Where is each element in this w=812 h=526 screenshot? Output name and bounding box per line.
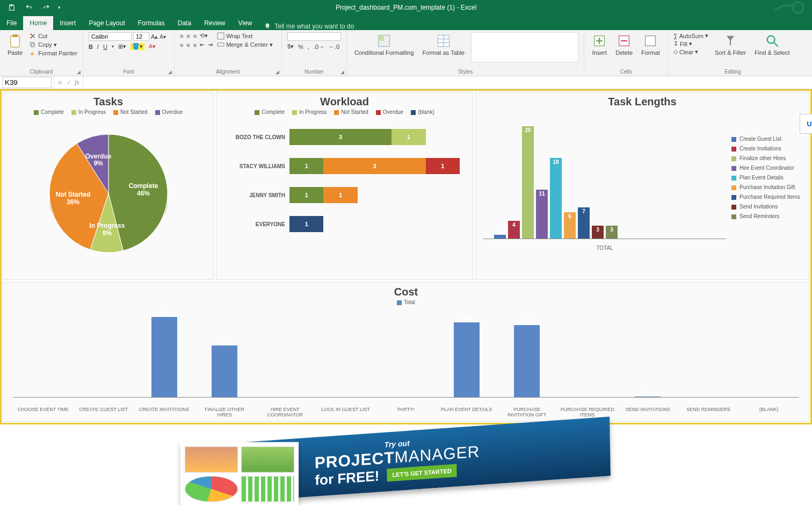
svg-rect-8 <box>218 33 224 39</box>
redo-icon[interactable] <box>41 2 52 13</box>
decrease-indent-icon[interactable]: ⇤ <box>200 41 205 48</box>
name-box[interactable] <box>2 77 52 88</box>
cut-button[interactable]: Cut <box>29 32 47 40</box>
format-painter-button[interactable]: Format Painter <box>29 49 77 57</box>
cond-format-label: Conditional Formatting <box>354 49 414 56</box>
group-cells: Insert Delete Format Cells <box>584 30 668 76</box>
panel-task-lengths: Task Lengths 142511186733 TOTAL Create G… <box>475 92 809 280</box>
window-title: Project_dashboard_PM.com_template (1) - … <box>336 4 476 11</box>
merge-icon <box>217 41 224 48</box>
table-label: Format as Table <box>423 49 465 56</box>
clear-button[interactable]: ◇ Clear ▾ <box>673 48 698 55</box>
format-cells-button[interactable]: Format <box>639 32 662 57</box>
dialog-launcher-icon[interactable]: ◢ <box>77 69 81 75</box>
lightbulb-icon <box>264 23 271 30</box>
fill-color-button[interactable]: 🪣▾ <box>130 43 144 50</box>
decrease-font-icon[interactable]: A▾ <box>160 34 166 40</box>
formula-input[interactable] <box>83 76 812 89</box>
align-bottom-icon[interactable]: ≡ <box>193 33 197 39</box>
increase-indent-icon[interactable]: ⇥ <box>208 41 213 48</box>
comma-format-button[interactable]: , <box>308 44 309 50</box>
increase-font-icon[interactable]: A▴ <box>151 33 158 40</box>
paste-button[interactable]: Paste <box>5 32 25 57</box>
align-center-icon[interactable]: ≡ <box>186 42 190 48</box>
fill-down-icon: ↧ <box>673 40 678 47</box>
accept-formula-icon[interactable]: ✓ <box>66 79 71 87</box>
tab-formulas[interactable]: Formulas <box>132 16 171 30</box>
align-left-icon[interactable]: ≡ <box>180 42 183 48</box>
accounting-format-button[interactable]: $▾ <box>287 43 294 50</box>
sort-filter-button[interactable]: Sort & Filter <box>713 32 748 57</box>
svg-line-23 <box>774 43 778 47</box>
bold-button[interactable]: B <box>89 44 93 50</box>
number-format-dropdown[interactable] <box>287 32 341 41</box>
font-name-input[interactable] <box>89 32 132 41</box>
insert-label: Insert <box>592 49 607 56</box>
qat-dropdown-icon[interactable]: ▾ <box>58 5 61 10</box>
delete-label: Delete <box>615 49 633 56</box>
legend-task-lengths: Create Guest ListCreate InvitationsFinal… <box>731 114 801 254</box>
panel-tasks: Tasks CompleteIn ProgressNot StartedOver… <box>3 92 214 280</box>
tab-home[interactable]: Home <box>23 16 53 30</box>
tab-data[interactable]: Data <box>171 16 198 30</box>
find-label: Find & Select <box>755 49 789 56</box>
conditional-formatting-button[interactable]: Conditional Formatting <box>352 32 416 57</box>
tl-axis <box>483 239 726 239</box>
format-painter-label: Format Painter <box>38 50 77 56</box>
font-color-button[interactable]: A▾ <box>149 43 156 50</box>
italic-button[interactable]: I <box>97 44 99 50</box>
find-select-button[interactable]: Find & Select <box>752 32 792 57</box>
save-icon[interactable] <box>6 2 17 13</box>
wrap-text-button[interactable]: Wrap Text <box>217 32 252 40</box>
undo-icon[interactable] <box>24 2 34 13</box>
dialog-launcher-icon[interactable]: ◢ <box>276 69 279 75</box>
percent-format-button[interactable]: % <box>298 44 303 50</box>
copy-button[interactable]: Copy ▾ <box>29 41 57 48</box>
paintbrush-icon <box>29 49 37 57</box>
autosum-label: AutoSum <box>679 33 704 39</box>
tab-insert[interactable]: Insert <box>53 16 82 30</box>
update-reports-button[interactable]: Update Reports <box>800 114 812 134</box>
tab-file[interactable]: File <box>0 16 23 30</box>
cancel-formula-icon[interactable]: ✕ <box>57 79 63 87</box>
group-number: $▾ % , .0→ ←.0 Number◢ <box>282 30 347 76</box>
decrease-decimal-button[interactable]: ←.0 <box>329 44 339 50</box>
group-styles: Conditional Formatting Format as Table S… <box>347 30 584 76</box>
font-group-label: Font <box>123 69 134 75</box>
paste-label: Paste <box>8 49 23 56</box>
insert-cells-button[interactable]: Insert <box>590 32 609 57</box>
tab-page-layout[interactable]: Page Layout <box>82 16 131 30</box>
group-alignment: ≡ ≡ ≡ ⟲▾ ≡ ≡ ≡ ⇤ ⇥ Wrap Text Merge & Cen… <box>175 30 282 76</box>
align-middle-icon[interactable]: ≡ <box>186 33 190 39</box>
border-button[interactable]: ⊞▾ <box>118 43 126 50</box>
autosum-button[interactable]: ∑ AutoSum ▾ <box>673 32 708 39</box>
tab-review[interactable]: Review <box>198 16 231 30</box>
number-group-label: Number <box>305 69 324 75</box>
orientation-icon[interactable]: ⟲▾ <box>200 32 208 39</box>
delete-cells-button[interactable]: Delete <box>613 32 635 57</box>
promo-banner-box[interactable]: Try out PROJECTMANAGER for FREE! LET'S G… <box>201 417 611 505</box>
svg-rect-3 <box>12 34 17 37</box>
svg-rect-2 <box>11 36 19 47</box>
increase-decimal-button[interactable]: .0→ <box>314 44 324 50</box>
dialog-launcher-icon[interactable]: ◢ <box>168 69 172 75</box>
fill-button[interactable]: ↧ Fill ▾ <box>673 40 692 47</box>
chart-tasks-pie: Complete46%In Progress9%Not Started36%Ov… <box>23 118 194 274</box>
underline-button[interactable]: U <box>103 44 107 50</box>
merge-center-button[interactable]: Merge & Center ▾ <box>217 41 273 48</box>
clipboard-group-label: Clipboard <box>30 69 53 75</box>
tell-me-search[interactable]: Tell me what you want to do <box>264 23 354 30</box>
align-right-icon[interactable]: ≡ <box>193 42 197 48</box>
group-editing: ∑ AutoSum ▾ ↧ Fill ▾ ◇ Clear ▾ Sort & Fi… <box>668 30 798 76</box>
group-clipboard: Paste Cut Copy ▾ Format Painter Clipboar… <box>0 30 83 76</box>
promo-cta-button[interactable]: LET'S GET STARTED <box>387 464 457 481</box>
tab-view[interactable]: View <box>232 16 259 30</box>
align-top-icon[interactable]: ≡ <box>180 33 183 39</box>
clear-label: Clear <box>679 49 693 55</box>
dialog-launcher-icon[interactable]: ◢ <box>340 69 344 75</box>
cell-styles-gallery[interactable] <box>471 32 578 62</box>
panel-workload: Workload CompleteIn ProgressNot StartedO… <box>216 92 473 280</box>
font-size-input[interactable] <box>133 32 149 41</box>
fx-icon[interactable]: fx <box>75 78 79 87</box>
format-as-table-button[interactable]: Format as Table <box>421 32 467 57</box>
